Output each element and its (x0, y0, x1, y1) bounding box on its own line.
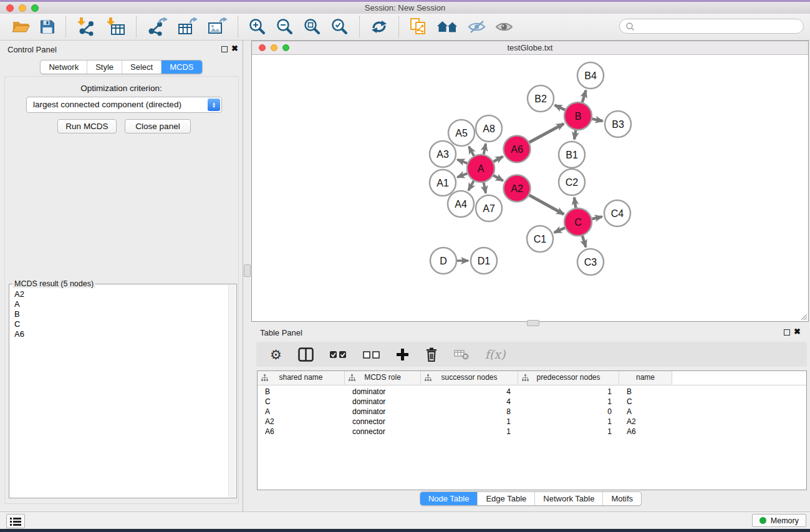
network-view-window: testGlobe.txt AA1A2A3A4A5A6A7A8BB1B2B3B4… (251, 41, 809, 322)
memory-button[interactable]: Memory (752, 514, 806, 527)
edge-C-C4[interactable] (592, 216, 602, 219)
edge-B-B4[interactable] (582, 90, 586, 102)
node-label-B4: B4 (584, 70, 597, 81)
edge-A-A4[interactable] (468, 181, 474, 190)
edge-A-A6[interactable] (493, 157, 503, 162)
hide-selected-eye-slash-icon[interactable] (468, 19, 486, 34)
close-panel-button[interactable]: Close panel (125, 119, 191, 133)
tab-motifs[interactable]: Motifs (603, 492, 641, 505)
home-icon[interactable] (436, 19, 459, 35)
column-header-name[interactable]: name (619, 371, 672, 385)
select-all-columns-icon[interactable] (330, 350, 347, 359)
tab-network[interactable]: Network (41, 60, 87, 74)
edge-A-A7[interactable] (484, 183, 486, 193)
task-history-button[interactable] (6, 514, 25, 528)
node-label-A: A (478, 163, 485, 174)
create-column-plus-icon[interactable] (396, 348, 409, 361)
refresh-icon[interactable] (370, 18, 388, 36)
column-view-icon[interactable] (298, 347, 314, 362)
show-all-eye-icon[interactable] (495, 19, 514, 34)
zoom-in-icon[interactable] (248, 17, 267, 36)
node-label-B1: B1 (566, 150, 578, 160)
horizontal-splitter-grip[interactable] (527, 320, 539, 326)
import-network-icon[interactable] (76, 17, 97, 36)
table-row[interactable]: A6connector11A6 (258, 427, 806, 437)
zoom-out-icon[interactable] (276, 17, 294, 36)
float-panel-icon[interactable] (221, 46, 228, 52)
status-bar: Memory (0, 511, 810, 529)
column-header-predecessor-nodes[interactable]: predecessor nodes (518, 371, 619, 385)
optimization-criterion-label: Optimization criterion: (0, 84, 243, 93)
dropdown-stepper-icon: ▲▼ (208, 99, 220, 111)
edge-C-C3[interactable] (582, 236, 586, 247)
open-file-icon[interactable] (12, 19, 31, 34)
delete-column-trash-icon[interactable] (425, 347, 438, 362)
export-table-icon[interactable] (176, 17, 198, 36)
network-canvas[interactable]: AA1A2A3A4A5A6A7A8BB1B2B3B4CC1C2C3C4DD1 (252, 54, 808, 321)
new-network-from-selection-icon[interactable] (409, 17, 428, 36)
edge-A-A2[interactable] (493, 175, 503, 181)
mcds-result-item[interactable]: C (14, 319, 228, 329)
mcds-result-item[interactable]: A (14, 299, 228, 309)
table-row[interactable]: Adominator80A (258, 407, 806, 417)
node-label-A2: A2 (511, 183, 523, 194)
import-table-icon[interactable] (105, 17, 126, 36)
mcds-result-item[interactable]: A2 (14, 289, 228, 299)
table-row[interactable]: Cdominator41C (258, 397, 806, 407)
table-panel-tabs: Node TableEdge TableNetwork TableMotifs (420, 491, 642, 506)
tab-node-table[interactable]: Node Table (420, 492, 478, 505)
save-session-icon[interactable] (39, 19, 55, 34)
node-label-A3: A3 (436, 149, 449, 160)
mcds-result-item[interactable]: A6 (14, 329, 228, 339)
edge-B-B2[interactable] (555, 105, 566, 110)
vertical-splitter-grip[interactable] (244, 264, 251, 277)
table-toolbar: ⚙ f(x) (256, 342, 807, 367)
zoom-fit-icon[interactable] (303, 17, 322, 36)
network-graph-container[interactable]: AA1A2A3A4A5A6A7A8BB1B2B3B4CC1C2C3C4DD1 (252, 54, 808, 321)
edge-A-A1[interactable] (457, 173, 467, 177)
mcds-list-scrollbar[interactable] (228, 285, 236, 497)
tab-edge-table[interactable]: Edge Table (478, 492, 535, 505)
toolbar-divider (65, 16, 66, 37)
window-resize-grip[interactable] (799, 312, 808, 321)
export-image-icon[interactable] (206, 17, 228, 36)
edge-B-B3[interactable] (592, 119, 603, 121)
tab-mcds[interactable]: MCDS (162, 60, 201, 74)
mcds-result-box: MCDS result (5 nodes) A2ABCA6 (9, 284, 237, 498)
export-network-icon[interactable] (147, 17, 168, 36)
mcds-result-item[interactable]: B (14, 309, 228, 319)
close-table-panel-icon[interactable]: ✖ (794, 328, 801, 336)
network-window-titlebar: testGlobe.txt (252, 41, 808, 55)
node-label-B: B (575, 111, 582, 122)
tab-select[interactable]: Select (122, 60, 162, 74)
edge-C-C1[interactable] (554, 228, 565, 233)
desktop-edge (0, 0, 810, 2)
edge-A6-B[interactable] (529, 123, 564, 142)
edge-B-B1[interactable] (574, 130, 576, 140)
float-table-panel-icon[interactable] (784, 329, 790, 336)
table-settings-gear-icon[interactable]: ⚙ (270, 348, 282, 361)
close-panel-icon[interactable]: ✖ (231, 45, 238, 52)
run-mcds-button[interactable]: Run MCDS (57, 119, 117, 133)
table-row[interactable]: A2connector11A2 (258, 417, 806, 427)
column-header-shared-name[interactable]: shared name (258, 371, 345, 385)
edge-A-A3[interactable] (457, 160, 467, 163)
unselect-all-columns-icon[interactable] (363, 350, 380, 359)
window-title: Session: New Session (0, 3, 810, 12)
column-header-mcds-role[interactable]: MCDS role (345, 371, 421, 385)
node-label-A5: A5 (455, 128, 468, 138)
column-header-successor-nodes[interactable]: successor nodes (421, 371, 518, 385)
edge-A-A8[interactable] (484, 144, 486, 155)
edge-A-A5[interactable] (469, 147, 474, 156)
tab-network-table[interactable]: Network Table (535, 492, 603, 505)
criterion-dropdown[interactable]: largest connected component (directed) ▲… (26, 97, 222, 113)
search-box[interactable] (619, 19, 804, 34)
table-row[interactable]: Bdominator41B (258, 387, 806, 397)
tab-style[interactable]: Style (87, 60, 122, 74)
zoom-selected-icon[interactable] (330, 17, 349, 36)
memory-label: Memory (771, 516, 799, 525)
edge-A2-C[interactable] (529, 195, 564, 215)
edge-C-C2[interactable] (574, 198, 576, 208)
network-window-title: testGlobe.txt (252, 43, 808, 52)
search-input[interactable] (638, 21, 803, 32)
